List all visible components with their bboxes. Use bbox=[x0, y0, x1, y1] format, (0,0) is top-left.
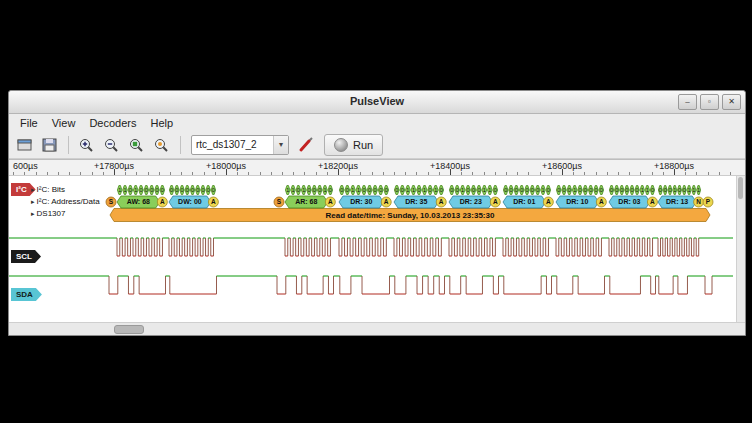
byte-annotation-text: DR: 01 bbox=[513, 198, 535, 205]
bit-annotation-text: 0 bbox=[625, 187, 628, 193]
byte-annotation-text: DR: 13 bbox=[666, 198, 688, 205]
ruler-tick bbox=[80, 172, 81, 175]
ruler-tick bbox=[24, 172, 25, 175]
hscroll-thumb[interactable] bbox=[114, 325, 144, 334]
menu-decoders[interactable]: Decoders bbox=[82, 116, 143, 130]
timeline-ruler[interactable]: 600µs+17800µs+18000µs+18200µs+18400µs+18… bbox=[9, 160, 745, 176]
stop-marker-label: P bbox=[706, 198, 711, 205]
bit-annotation-text: 0 bbox=[374, 187, 377, 193]
save-session-button[interactable] bbox=[39, 134, 61, 155]
bit-annotation-text: 0 bbox=[170, 187, 173, 193]
ds1307-annotation-text: Read date/time: Sunday, 10.03.2013 23:35… bbox=[326, 211, 495, 220]
decoder-row-address-data: ▸ I²C: Address/Data bbox=[31, 197, 100, 206]
titlebar[interactable]: PulseView – ▫ ✕ bbox=[9, 91, 745, 114]
bit-annotation-text: 0 bbox=[472, 187, 475, 193]
menu-help[interactable]: Help bbox=[143, 116, 180, 130]
bit-annotation-text: 0 bbox=[191, 187, 194, 193]
session-file-value: rtc_ds1307_2 bbox=[192, 139, 273, 150]
bit-annotation-text: 1 bbox=[434, 187, 437, 193]
bit-annotation-text: 0 bbox=[297, 187, 300, 193]
bit-annotation-text: 0 bbox=[340, 187, 343, 193]
decoder-row-label: I²C: Bits bbox=[37, 185, 65, 194]
bit-annotation-text: 0 bbox=[562, 187, 565, 193]
ruler-tick bbox=[674, 169, 675, 175]
ruler-tick bbox=[260, 172, 261, 175]
probe-icon bbox=[297, 137, 315, 153]
bit-annotation-text: 0 bbox=[525, 187, 528, 193]
horizontal-scrollbar[interactable] bbox=[9, 322, 745, 335]
bit-annotation-text: 0 bbox=[547, 187, 550, 193]
bit-annotation-text: 0 bbox=[401, 187, 404, 193]
start-marker-label: S bbox=[109, 198, 114, 205]
minimize-icon[interactable]: – bbox=[678, 94, 697, 110]
ruler-tick bbox=[69, 172, 70, 175]
ack-marker-label: A bbox=[211, 198, 216, 205]
bit-annotation-text: 1 bbox=[483, 187, 486, 193]
ruler-tick bbox=[618, 172, 619, 175]
ruler-tick bbox=[316, 172, 317, 175]
trace-view: 600µs+17800µs+18000µs+18200µs+18400µs+18… bbox=[9, 159, 745, 335]
bit-annotation-text: 1 bbox=[461, 187, 464, 193]
ack-marker-label: A bbox=[546, 198, 551, 205]
bit-annotation-text: 0 bbox=[440, 187, 443, 193]
ruler-tick bbox=[708, 172, 709, 175]
bit-annotation-text: 0 bbox=[584, 187, 587, 193]
zoom-one-to-one-button[interactable] bbox=[151, 134, 173, 155]
close-icon[interactable]: ✕ bbox=[722, 94, 741, 110]
bit-annotation-text: 0 bbox=[536, 187, 539, 193]
zoom-in-button[interactable] bbox=[76, 134, 98, 155]
ruler-tick bbox=[551, 172, 552, 175]
bit-annotation-text: 1 bbox=[118, 187, 121, 193]
ruler-tick bbox=[338, 169, 339, 175]
open-file-button[interactable] bbox=[14, 134, 36, 155]
ruler-tick bbox=[136, 172, 137, 175]
byte-annotation-text: DR: 10 bbox=[566, 198, 588, 205]
zoom-fit-icon bbox=[128, 137, 146, 153]
bit-annotation-text: 0 bbox=[651, 187, 654, 193]
vscroll-thumb[interactable] bbox=[738, 177, 743, 199]
expand-arrow-icon[interactable]: ▸ bbox=[31, 198, 35, 206]
ack-marker-label: A bbox=[384, 198, 389, 205]
menu-view[interactable]: View bbox=[45, 116, 83, 130]
ruler-tick bbox=[282, 172, 283, 175]
menu-file[interactable]: File bbox=[13, 116, 45, 130]
bit-annotation-text: 0 bbox=[659, 187, 662, 193]
ruler-tick bbox=[640, 172, 641, 175]
ruler-tick bbox=[226, 169, 227, 175]
bit-annotation-text: 1 bbox=[641, 187, 644, 193]
zoom-out-button[interactable] bbox=[101, 134, 123, 155]
expand-arrow-icon[interactable]: ▸ bbox=[31, 186, 35, 194]
ack-marker-label: A bbox=[160, 198, 165, 205]
ruler-tick bbox=[584, 172, 585, 175]
trace-canvas[interactable]: Read date/time: Sunday, 10.03.2013 23:35… bbox=[9, 176, 733, 322]
ruler-tick bbox=[293, 172, 294, 175]
bit-annotation-text: 0 bbox=[155, 187, 158, 193]
ruler-tick bbox=[159, 172, 160, 175]
bit-annotation-text: 1 bbox=[688, 187, 691, 193]
session-file-select[interactable]: rtc_ds1307_2 ▾ bbox=[191, 135, 289, 155]
ruler-tick bbox=[36, 172, 37, 175]
bit-annotation-text: 0 bbox=[307, 187, 310, 193]
ruler-tick bbox=[596, 172, 597, 175]
bit-annotation-text: 0 bbox=[568, 187, 571, 193]
signal-tag-sda[interactable]: SDA bbox=[11, 288, 42, 301]
bit-annotation-text: 1 bbox=[357, 187, 360, 193]
vertical-scrollbar[interactable] bbox=[736, 176, 745, 322]
ruler-tick bbox=[327, 172, 328, 175]
probe-config-button[interactable] bbox=[295, 134, 317, 155]
ack-marker-label: A bbox=[650, 198, 655, 205]
bit-annotation-text: 0 bbox=[329, 187, 332, 193]
ruler-tick bbox=[13, 172, 14, 175]
maximize-icon[interactable]: ▫ bbox=[700, 94, 719, 110]
bit-annotation-text: 0 bbox=[196, 187, 199, 193]
ruler-tick bbox=[428, 172, 429, 175]
bit-annotation-text: 1 bbox=[673, 187, 676, 193]
expand-arrow-icon[interactable]: ▸ bbox=[31, 210, 35, 218]
bit-annotation-text: 0 bbox=[664, 187, 667, 193]
bit-annotation-text: 0 bbox=[515, 187, 518, 193]
zoom-fit-button[interactable] bbox=[126, 134, 148, 155]
ruler-tick bbox=[125, 172, 126, 175]
signal-tag-scl[interactable]: SCL bbox=[11, 250, 41, 263]
run-button[interactable]: Run bbox=[324, 134, 383, 156]
ruler-tick bbox=[181, 172, 182, 175]
